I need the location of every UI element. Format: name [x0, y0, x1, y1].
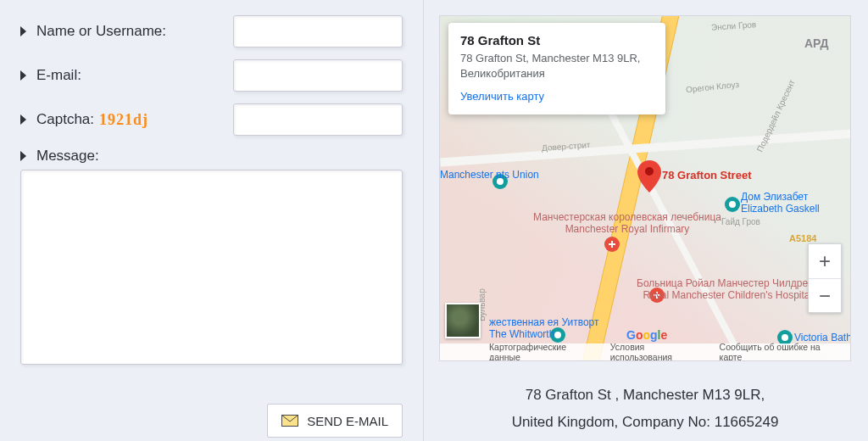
map-street-label: Гайд Гров	[721, 217, 760, 226]
chevron-right-icon	[20, 114, 26, 125]
map-poi-label: Больница Ройал Манчестер Чилдренс Royal …	[637, 277, 819, 302]
map-road-badge: A5184	[789, 233, 816, 243]
chevron-right-icon	[20, 70, 26, 81]
address-line-2: United Kingdom, Company No: 11665249	[439, 409, 851, 436]
message-textarea[interactable]	[20, 170, 403, 365]
contact-form-panel: Name or Username: E-mail: Captcha: 1921d…	[0, 0, 424, 441]
svg-point-3	[729, 201, 736, 208]
message-label-row: Message:	[20, 148, 403, 165]
address-line-1: 78 Grafton St , Manchester M13 9LR,	[439, 382, 851, 409]
name-label: Name or Username:	[20, 23, 233, 40]
map-pin-icon	[637, 160, 661, 196]
name-label-text: Name or Username:	[36, 23, 166, 40]
captcha-code: 1921dj	[99, 111, 148, 129]
envelope-icon	[281, 415, 298, 427]
zoom-control: + −	[808, 243, 842, 313]
enlarge-map-link[interactable]: Увеличить карту	[460, 90, 654, 103]
map-poi-sublabel: Royal Manchester Children's Hospital	[643, 289, 812, 301]
hospital-icon	[604, 237, 620, 252]
map-poi-sublabel: Manchester Royal Infirmary	[565, 223, 690, 235]
attrib-report-link[interactable]: Сообщить об ошибке на карте	[720, 342, 843, 361]
email-label: E-mail:	[20, 67, 233, 84]
google-logo: Google	[626, 328, 667, 342]
captcha-row: Captcha: 1921dj	[20, 103, 403, 136]
name-input[interactable]	[233, 15, 403, 47]
captcha-label: Captcha: 1921dj	[20, 111, 233, 129]
message-label-text: Message:	[36, 148, 99, 165]
name-row: Name or Username:	[20, 15, 403, 47]
email-label-text: E-mail:	[36, 67, 81, 84]
email-input[interactable]	[233, 59, 403, 92]
map-attribution: Картографические данные Условия использо…	[440, 343, 850, 360]
attrib-carto[interactable]: Картографические данные	[489, 342, 598, 361]
send-button-label: SEND E-MAIL	[307, 414, 388, 428]
map-district-label: АРД	[804, 36, 829, 50]
attrib-terms-link[interactable]: Условия использования	[610, 342, 708, 361]
map[interactable]: Энсли Гров АРД Орегон Клоуз Подердейл Кр…	[439, 15, 851, 361]
company-address: 78 Grafton St , Manchester M13 9LR, Unit…	[439, 382, 851, 437]
zoom-in-button[interactable]: +	[809, 244, 841, 278]
map-pin-label: 78 Grafton Street	[662, 169, 751, 181]
captcha-input[interactable]	[233, 103, 403, 136]
email-row: E-mail:	[20, 59, 403, 92]
info-window-address: 78 Grafton St, Manchester M13 9LR, Велик…	[460, 51, 654, 81]
map-poi-label: Манчестерская королевская лечебница Manc…	[533, 211, 721, 236]
map-poi-label: Manchester nts Union	[440, 169, 539, 181]
svg-point-5	[782, 334, 788, 341]
poi-icon	[725, 197, 740, 212]
captcha-label-text: Captcha:	[36, 111, 94, 128]
svg-point-2	[645, 167, 654, 176]
map-info-window: 78 Grafton St 78 Grafton St, Manchester …	[448, 23, 665, 114]
chevron-right-icon	[20, 26, 26, 36]
chevron-right-icon	[20, 151, 26, 161]
send-email-button[interactable]: SEND E-MAIL	[267, 404, 403, 438]
satellite-toggle[interactable]	[445, 303, 481, 338]
map-poi-label: жественная ея УитвортThe Whitworth	[489, 316, 598, 341]
map-panel: Энсли Гров АРД Орегон Клоуз Подердейл Кр…	[424, 0, 868, 441]
info-window-title: 78 Grafton St	[460, 33, 654, 47]
map-poi-label: Дом ЭлизабетElizabeth Gaskell	[741, 191, 820, 215]
zoom-out-button[interactable]: −	[809, 278, 841, 312]
